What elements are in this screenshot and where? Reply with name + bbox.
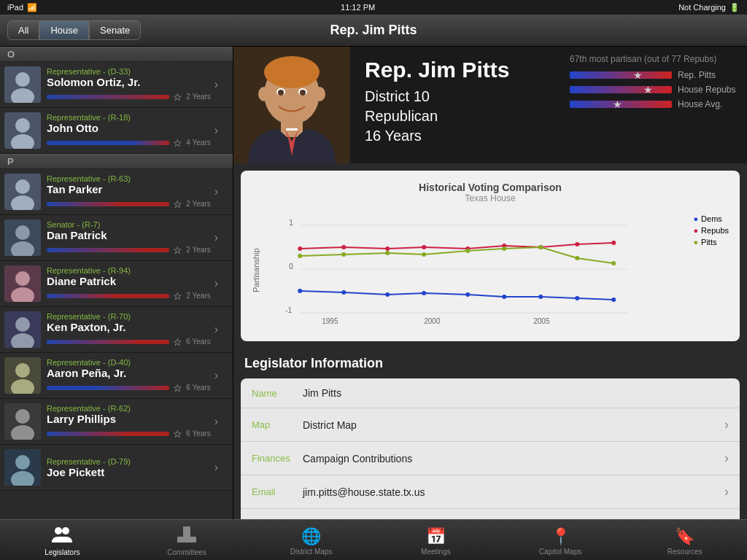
chevron-right-icon[interactable]: › (214, 124, 218, 137)
list-item[interactable]: Representative - (R-18) John Otto ☆ 4 Ye… (0, 108, 233, 154)
partisan-bar (47, 340, 169, 344)
chevron-right-icon[interactable]: › (214, 277, 218, 290)
svg-point-13 (15, 271, 30, 286)
svg-point-68 (422, 252, 426, 257)
filter-senate-button[interactable]: Senate (89, 20, 141, 40)
svg-point-59 (422, 245, 426, 249)
chevron-right-icon[interactable]: › (214, 185, 218, 198)
legislator-info: Representative - (D-33) Solomon Ortiz, J… (47, 67, 211, 103)
list-item[interactable]: Representative - (D-40) Aaron Peña, Jr. … (0, 353, 233, 399)
tab-meetings[interactable]: 📅 Meetings (374, 520, 498, 560)
filter-all-button[interactable]: All (7, 20, 39, 40)
legislator-info: Representative - (D-40) Aaron Peña, Jr. … (47, 358, 211, 394)
svg-point-63 (575, 242, 579, 246)
main-layout: O Representative - (D-33) Solomon Ortiz,… (0, 47, 747, 519)
avatar (4, 66, 41, 103)
partisan-row: ★ House Avg. (570, 99, 736, 109)
tab-resources[interactable]: 🔖 Resources (622, 520, 747, 560)
svg-point-57 (341, 245, 346, 249)
svg-point-31 (314, 87, 325, 101)
svg-point-4 (15, 118, 30, 133)
list-item[interactable]: Representative - (R-63) Tan Parker ☆ 2 Y… (0, 169, 233, 215)
tab-district-maps[interactable]: 🌐 District Maps (249, 520, 374, 560)
bar-wrap: ☆ 2 Years (47, 290, 211, 302)
rep-photo-inner (233, 47, 350, 163)
chart-plot: 1 0 -1 1995 2000 2005 (264, 211, 686, 330)
filter-group: All House Senate (7, 20, 141, 40)
chevron-right-icon[interactable]: › (214, 231, 218, 244)
svg-point-36 (278, 90, 284, 96)
partisan-label: House Avg. (678, 99, 736, 109)
chevron-right-icon[interactable]: › (214, 415, 218, 428)
chevron-right-icon[interactable]: › (214, 369, 218, 382)
info-row-email[interactable]: Email jim.pitts@house.state.tx.us › (241, 475, 740, 509)
svg-point-29 (264, 56, 320, 88)
tab-legislators-label: Legislators (44, 548, 80, 556)
wifi-icon: 📶 (27, 3, 37, 12)
svg-point-73 (611, 261, 616, 265)
svg-rect-77 (177, 537, 196, 542)
partisan-bar (47, 141, 169, 145)
status-bar: iPad 📶 11:12 PM Not Charging 🔋 (0, 0, 747, 15)
info-row-finances[interactable]: Finances Campaign Contributions › (241, 442, 740, 475)
info-row-web[interactable]: Web Official Website › (241, 509, 740, 519)
filter-house-button[interactable]: House (39, 20, 89, 40)
legislator-role: Representative - (R-18) (47, 113, 211, 122)
avatar (4, 449, 41, 486)
legislator-info: Representative - (R-63) Tan Parker ☆ 2 Y… (47, 174, 211, 210)
tab-capitol-maps[interactable]: 📍 Capitol Maps (498, 520, 623, 560)
legend-dems: Dems (701, 214, 722, 223)
list-item[interactable]: Representative - (D-33) Solomon Ortiz, J… (0, 62, 233, 108)
info-row-map[interactable]: Map District Map › (241, 408, 740, 442)
y-axis-label: Partisanship (252, 211, 260, 330)
tab-bar: Legislators Committees 🌐 District Maps 📅… (0, 519, 747, 560)
rep-district: District 10 (365, 88, 544, 105)
partisan-bar (47, 432, 169, 436)
legislator-name: Ken Paxton, Jr. (47, 321, 211, 333)
chevron-right-icon[interactable]: › (214, 323, 218, 336)
partisan-bar (47, 248, 169, 252)
svg-point-64 (611, 241, 616, 245)
meetings-icon: 📅 (426, 527, 446, 546)
chevron-right-icon[interactable]: › (214, 78, 218, 91)
tab-committees[interactable]: Committees (125, 520, 249, 560)
avatar (4, 403, 41, 440)
avatar (4, 219, 41, 256)
info-value-map: District Map (303, 419, 724, 431)
info-section: Legislator Information Name Jim Pitts Ma… (241, 349, 740, 519)
info-value-email: jim.pitts@house.state.tx.us (303, 486, 724, 498)
list-item[interactable]: Representative - (R-70) Ken Paxton, Jr. … (0, 307, 233, 353)
partisan-section: 67th most partisan (out of 77 Repubs) ★ … (559, 47, 747, 163)
bar-wrap: ☆ 2 Years (47, 244, 211, 256)
tab-legislators[interactable]: Legislators (0, 520, 125, 560)
svg-point-47 (298, 289, 302, 293)
svg-point-7 (15, 179, 30, 194)
svg-point-22 (15, 409, 30, 424)
svg-point-74 (55, 527, 62, 534)
chevron-right-icon[interactable]: › (724, 518, 729, 519)
partisan-bar-rep: ★ (570, 71, 672, 79)
chevron-right-icon[interactable]: › (214, 461, 218, 474)
bar-wrap: ☆ 4 Years (47, 137, 211, 149)
list-item[interactable]: Representative - (R-62) Larry Phillips ☆… (0, 399, 233, 445)
chevron-right-icon[interactable]: › (724, 417, 729, 432)
svg-point-55 (611, 298, 616, 302)
list-item[interactable]: Senator - (R-7) Dan Patrick ☆ 2 Years › (0, 215, 233, 261)
rep-photo (233, 47, 350, 163)
list-item[interactable]: Representative - (R-94) Diane Patrick ☆ … (0, 261, 233, 307)
chevron-right-icon[interactable]: › (724, 484, 729, 499)
legislator-name: Solomon Ortiz, Jr. (47, 76, 211, 88)
years-label: 2 Years (186, 292, 210, 300)
partisan-bar (47, 294, 169, 298)
chevron-right-icon[interactable]: › (724, 451, 729, 466)
legislator-info: Representative - (R-94) Diane Patrick ☆ … (47, 266, 211, 302)
svg-point-16 (15, 317, 30, 332)
tab-capitol-maps-label: Capitol Maps (539, 548, 581, 556)
years-label: 6 Years (186, 384, 210, 392)
tab-committees-label: Committees (167, 548, 206, 556)
svg-point-72 (575, 256, 579, 260)
rep-party: Republican (365, 108, 544, 125)
list-item[interactable]: Representative - (D-79) Joe Pickett › (0, 445, 233, 491)
legislator-role: Representative - (D-33) (47, 67, 211, 76)
rep-name: Rep. Jim Pitts (365, 58, 544, 82)
